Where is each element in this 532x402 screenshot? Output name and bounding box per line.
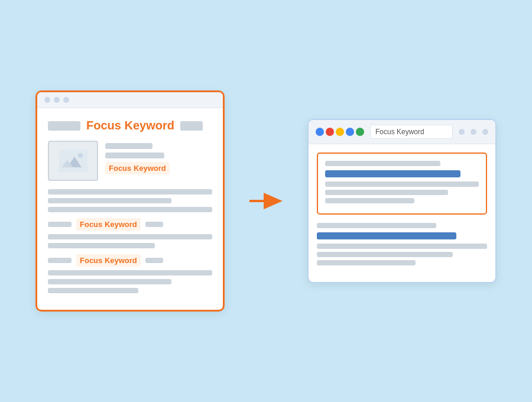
img-text-line-2	[105, 153, 164, 158]
titlebar-dot-3	[63, 97, 69, 103]
arrow-icon	[248, 192, 284, 210]
mountain-icon	[59, 150, 87, 172]
result1-desc-3	[325, 198, 414, 203]
featured-search-result[interactable]	[317, 153, 487, 215]
google-dot-blue2	[346, 128, 354, 136]
plain-search-result	[317, 223, 487, 265]
result2-desc-3	[317, 260, 416, 265]
google-dot-yellow	[336, 128, 344, 136]
right-titlebar: Focus Keyword	[309, 120, 495, 144]
google-dot-green	[356, 128, 364, 136]
text-line-5	[48, 243, 155, 248]
right-browser-window: Focus Keyword	[307, 119, 497, 283]
google-search-bar[interactable]: Focus Keyword	[370, 125, 453, 139]
left-titlebar	[37, 92, 223, 108]
left-browser-window: Focus Keyword Focus Keyword	[35, 90, 225, 312]
svg-point-3	[78, 153, 83, 158]
section1-focus-keyword: Focus Keyword	[76, 218, 141, 231]
result2-url	[317, 223, 436, 228]
left-title-row: Focus Keyword	[48, 119, 212, 132]
title-right-block	[180, 121, 203, 131]
search-bar-text: Focus Keyword	[375, 128, 424, 136]
text-group-1	[48, 189, 212, 212]
image-text-lines: Focus Keyword	[105, 141, 170, 174]
left-browser-content: Focus Keyword Focus Keyword	[37, 108, 223, 310]
right-dot-3	[482, 129, 488, 135]
text-line-2	[48, 198, 171, 203]
section2-left-block	[48, 258, 72, 263]
titlebar-dot-1	[44, 97, 50, 103]
main-scene: Focus Keyword Focus Keyword	[24, 90, 508, 312]
img-text-line-1	[105, 143, 153, 149]
arrow-container	[248, 192, 284, 210]
text-line-8	[48, 288, 138, 293]
text-line-4	[48, 234, 212, 239]
section-heading-2: Focus Keyword	[48, 254, 212, 267]
google-logo-dots	[316, 128, 364, 136]
google-dot-blue	[316, 128, 324, 136]
section1-right-block	[145, 222, 163, 227]
result1-url	[325, 161, 440, 166]
result2-title	[317, 232, 456, 239]
section2-right-block	[145, 258, 163, 263]
right-browser-content	[309, 144, 495, 282]
section1-left-block	[48, 222, 72, 227]
text-line-1	[48, 189, 212, 194]
text-line-3	[48, 207, 212, 212]
text-line-6	[48, 270, 212, 275]
left-main-title: Focus Keyword	[86, 119, 174, 132]
image-focus-keyword: Focus Keyword	[105, 162, 170, 174]
text-group-3	[48, 270, 212, 293]
section2-focus-keyword: Focus Keyword	[76, 254, 141, 267]
result1-title	[325, 170, 460, 177]
image-placeholder	[48, 141, 98, 181]
section-heading-1: Focus Keyword	[48, 218, 212, 231]
google-dot-red	[326, 128, 334, 136]
result2-desc-2	[317, 252, 453, 257]
result1-desc-2	[325, 190, 448, 195]
titlebar-dot-2	[54, 97, 60, 103]
title-left-block	[48, 121, 80, 131]
right-dot-2	[471, 129, 476, 135]
right-dot-1	[459, 129, 465, 135]
result1-desc-1	[325, 181, 479, 187]
result2-desc-1	[317, 244, 487, 249]
left-image-row: Focus Keyword	[48, 141, 212, 181]
text-line-7	[48, 279, 171, 284]
text-group-2	[48, 234, 212, 248]
